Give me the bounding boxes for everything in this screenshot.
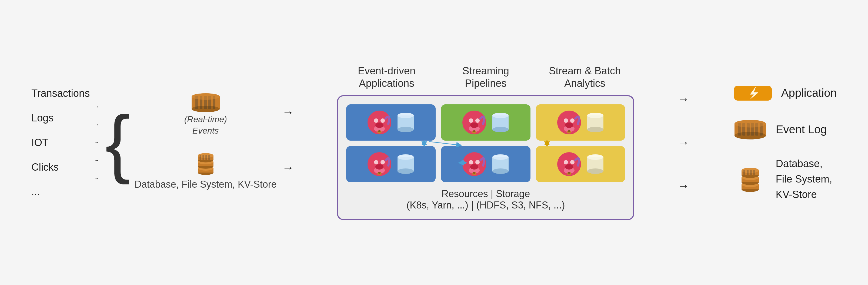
svg-rect-72 (473, 172, 475, 174)
output-app-row: Application (733, 83, 837, 103)
cylinder-r2c1 (396, 153, 415, 175)
svg-point-80 (570, 160, 575, 164)
svg-point-35 (469, 118, 473, 123)
svg-point-64 (398, 168, 414, 174)
svg-point-47 (570, 118, 575, 123)
svg-rect-18 (199, 155, 201, 160)
application-icon (733, 83, 773, 103)
flink-squirrel-r1c3 (556, 110, 582, 135)
svg-point-54 (587, 113, 603, 118)
svg-point-48 (565, 122, 573, 128)
svg-point-26 (375, 122, 383, 128)
svg-point-86 (587, 168, 603, 174)
svg-rect-113 (747, 170, 749, 175)
svg-point-42 (492, 127, 508, 132)
svg-rect-83 (568, 172, 570, 174)
arrow-transactions: → (95, 104, 99, 109)
main-box: Resources | Storage(K8s, Yarn, ...) | (H… (337, 95, 634, 220)
right-db-icon (733, 166, 768, 193)
flink-squirrel-r2c1 (367, 152, 392, 176)
input-logs: Logs (31, 112, 90, 124)
svg-rect-115 (753, 170, 755, 175)
cylinder-r2c3 (586, 153, 605, 175)
svg-rect-20 (206, 155, 207, 160)
svg-point-102 (735, 120, 766, 127)
svg-point-75 (492, 168, 508, 174)
svg-rect-28 (378, 130, 380, 132)
eventlog-label: Event Log (776, 123, 827, 136)
flink-squirrel-r2c2 (462, 152, 487, 176)
input-transactions: Transactions (31, 88, 90, 99)
col-header-3: Stream & BatchAnalytics (541, 65, 628, 89)
arrow-to-mainbox-1: → (282, 106, 294, 119)
svg-point-79 (564, 160, 568, 164)
mid-arrows: → → (282, 106, 294, 174)
out-arrow-2: → (678, 136, 689, 149)
arrow-logs: → (95, 122, 99, 127)
db-stack-icon (191, 151, 220, 175)
col-header-1: Event-drivenApplications (343, 65, 430, 89)
arrow-iot: → (95, 140, 99, 145)
svg-rect-61 (378, 172, 380, 174)
cell-r2c2 (441, 146, 530, 182)
svg-rect-50 (568, 130, 570, 132)
cell-r1c1 (346, 104, 436, 141)
input-arrows: → → → → → (95, 104, 99, 181)
arrow-to-mainbox-2: → (282, 161, 294, 174)
cylinder-r1c1 (396, 112, 415, 133)
svg-point-69 (475, 160, 480, 164)
left-db-label: Database, File System, KV-Store (134, 177, 277, 192)
svg-rect-39 (473, 130, 475, 132)
cylinder-r2c2 (491, 153, 510, 175)
output-arrows: → → → (678, 92, 689, 193)
arrow-etc: → (95, 176, 99, 181)
svg-point-70 (470, 164, 478, 170)
svg-rect-112 (743, 170, 745, 175)
cell-r2c1 (346, 146, 436, 182)
events-col: (Real-time)Events (134, 93, 277, 192)
svg-point-59 (375, 164, 383, 170)
kafka-icon (189, 93, 222, 112)
svg-point-36 (475, 118, 480, 123)
svg-point-68 (469, 160, 473, 164)
svg-rect-21 (208, 155, 210, 160)
svg-point-32 (398, 113, 414, 118)
left-section: Transactions Logs IOT Clicks ... → → → →… (31, 88, 300, 198)
input-labels: Transactions Logs IOT Clicks ... (31, 88, 90, 198)
left-brace: { (105, 116, 130, 169)
svg-point-46 (564, 118, 568, 123)
svg-point-53 (587, 127, 603, 132)
right-outputs: Application Event Log (733, 83, 837, 202)
eventlog-icon (733, 119, 768, 140)
app-label: Application (781, 87, 837, 99)
main-box-container: Event-drivenApplications StreamingPipeli… (337, 65, 634, 220)
svg-point-87 (587, 154, 603, 160)
flink-squirrel-r1c2 (462, 110, 487, 135)
cell-r1c2 (441, 104, 530, 141)
svg-point-76 (492, 154, 508, 160)
flink-squirrel-r1c1 (367, 110, 392, 135)
out-arrow-3: → (678, 179, 689, 193)
svg-point-37 (470, 122, 478, 128)
main-diagram: Transactions Logs IOT Clicks ... → → → →… (15, 14, 853, 271)
out-arrow-1: → (678, 92, 689, 106)
svg-point-57 (374, 160, 378, 164)
flink-squirrel-r2c3 (556, 152, 582, 176)
svg-point-8 (192, 93, 220, 100)
cell-r1c3 (536, 104, 625, 141)
output-eventlog-row: Event Log (733, 119, 827, 140)
svg-point-25 (380, 118, 385, 123)
output-db-row: Database,File System,KV-Store (733, 156, 832, 202)
svg-point-65 (398, 154, 414, 160)
grid-wrapper (346, 104, 625, 182)
input-etc: ... (31, 186, 90, 198)
resources-label: Resources | Storage(K8s, Yarn, ...) | (H… (346, 188, 625, 211)
cell-grid (346, 104, 625, 182)
events-label: (Real-time)Events (184, 114, 227, 136)
cylinder-r1c2 (491, 112, 510, 133)
svg-point-24 (374, 118, 378, 123)
svg-point-31 (398, 127, 414, 132)
svg-point-43 (492, 113, 508, 118)
input-clicks: Clicks (31, 162, 90, 173)
svg-point-81 (565, 164, 573, 170)
